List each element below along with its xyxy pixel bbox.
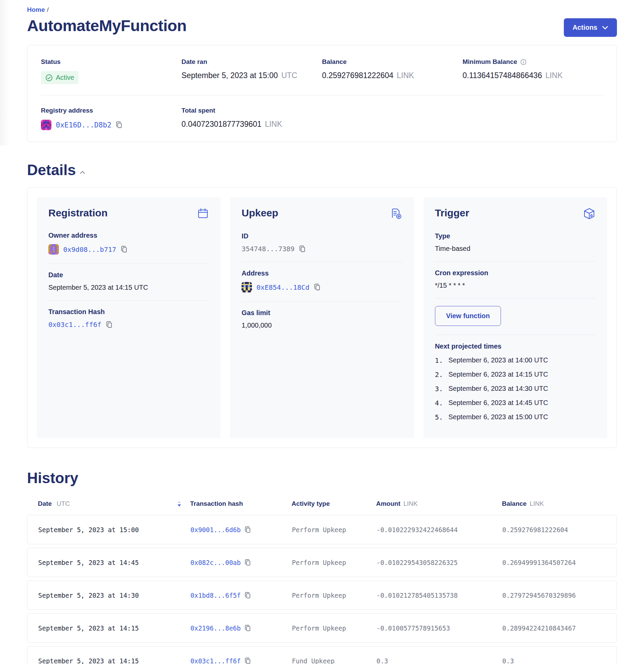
upkeep-address-link[interactable]: 0xE854...18Cd	[256, 283, 309, 291]
upkeep-card: Upkeep ID 354748...7389 Address	[230, 197, 414, 438]
owner-address-link[interactable]: 0x9d08...b717	[63, 246, 116, 253]
copy-icon[interactable]	[116, 121, 123, 129]
upkeep-address-label: Address	[241, 269, 402, 277]
chevron-up-icon[interactable]	[80, 171, 85, 174]
column-header-activity: Activity type	[291, 500, 376, 507]
actions-button[interactable]: Actions	[564, 18, 617, 37]
projected-time-text: September 6, 2023 at 14:00 UTC	[448, 356, 548, 365]
trigger-type-section: Type Time-based	[435, 225, 596, 262]
next-projected-times-section: Next projected times 1. September 6, 202…	[435, 335, 596, 430]
view-function-section: View function	[435, 298, 596, 335]
copy-icon[interactable]	[244, 526, 251, 534]
copy-icon[interactable]	[106, 321, 113, 329]
projected-time-text: September 6, 2023 at 14:15 UTC	[448, 371, 548, 379]
balance-column-unit: LINK	[530, 500, 544, 507]
projected-time-text: September 6, 2023 at 14:45 UTC	[448, 399, 548, 407]
table-row: September 5, 2023 at 15:00 0x9001...6d6b…	[27, 515, 617, 544]
projected-time-item: 5. September 6, 2023 at 15:00 UTC	[435, 413, 596, 421]
column-header-balance: Balance LINK	[502, 500, 617, 507]
activity-column-label: Activity type	[291, 500, 330, 507]
row-activity: Perform Upkeep	[292, 526, 377, 534]
row-date: September 5, 2023 at 14:45	[38, 559, 190, 566]
owner-address-label: Owner address	[48, 232, 209, 240]
total-spent-label: Total spent	[182, 107, 322, 114]
row-hash-link[interactable]: 0x082c...00ab	[190, 559, 241, 566]
total-spent-value: 0.04072301877739601	[182, 120, 262, 129]
owner-identicon	[48, 244, 59, 254]
page-container: Home/ AutomateMyFunction Actions Status …	[0, 0, 644, 664]
table-row: September 5, 2023 at 14:30 0x1bd8...6f5f…	[27, 581, 617, 610]
breadcrumb-home-link[interactable]: Home	[27, 6, 45, 13]
history-heading-label: History	[27, 470, 79, 486]
history-table-body: September 5, 2023 at 15:00 0x9001...6d6b…	[27, 515, 617, 664]
copy-icon[interactable]	[244, 657, 251, 664]
status-badge: Active	[41, 71, 79, 84]
date-column-label: Date	[38, 500, 52, 507]
projected-time-index: 4.	[435, 399, 443, 407]
balance-field: Balance 0.259276981222604 LINK	[322, 58, 463, 84]
date-ran-label: Date ran	[182, 58, 322, 66]
copy-icon[interactable]	[244, 559, 251, 566]
date-ran-field: Date ran September 5, 2023 at 15:00 UTC	[182, 58, 322, 84]
details-panel: Registration Owner address 0x9d08...b717	[27, 187, 617, 448]
sort-icon[interactable]	[177, 501, 181, 506]
min-balance-field: Minimum Balance 0.11364157484866436 LINK	[463, 58, 603, 84]
row-hash-link[interactable]: 0x2196...8e6b	[190, 624, 241, 632]
chevron-down-icon	[602, 26, 608, 30]
copy-icon[interactable]	[299, 245, 306, 253]
view-function-button[interactable]: View function	[435, 306, 501, 326]
upkeep-title: Upkeep	[241, 207, 278, 219]
registration-card: Registration Owner address 0x9d08...b717	[37, 197, 221, 438]
info-icon[interactable]	[520, 59, 527, 65]
row-balance: 0.259276981222604	[502, 526, 617, 534]
projected-time-item: 1. September 6, 2023 at 14:00 UTC	[435, 356, 596, 365]
projected-time-item: 4. September 6, 2023 at 14:45 UTC	[435, 399, 596, 407]
row-balance: 0.27972945670329896	[502, 592, 617, 599]
transaction-hash-link[interactable]: 0x03c1...ff6f	[48, 320, 101, 329]
document-gear-icon	[390, 207, 403, 220]
gas-limit-value: 1,000,000	[241, 321, 402, 329]
row-activity: Fund Upkeep	[292, 657, 377, 664]
owner-address-section: Owner address 0x9d08...b717	[48, 224, 209, 264]
registry-identicon	[41, 120, 52, 130]
trigger-title: Trigger	[435, 207, 469, 219]
projected-time-index: 5.	[435, 413, 443, 421]
row-balance: 0.3	[502, 657, 617, 664]
row-hash-link[interactable]: 0x1bd8...6f5f	[190, 592, 241, 599]
projected-time-index: 1.	[435, 356, 443, 365]
min-balance-unit: LINK	[545, 71, 563, 80]
gas-limit-label: Gas limit	[241, 309, 402, 317]
registry-address-link[interactable]: 0xE16D...D8b2	[56, 121, 111, 129]
copy-icon[interactable]	[244, 592, 251, 599]
copy-icon[interactable]	[244, 624, 251, 632]
row-amount: -0.010222932422468644	[377, 526, 502, 534]
upkeep-address-identicon	[241, 282, 252, 292]
check-circle-icon	[45, 74, 53, 82]
row-date: September 5, 2023 at 14:15	[38, 657, 190, 664]
date-ran-unit: UTC	[281, 71, 297, 80]
total-spent-field: Total spent 0.04072301877739601 LINK	[182, 107, 322, 130]
details-heading: Details	[27, 162, 617, 179]
copy-icon[interactable]	[121, 246, 128, 253]
total-spent-unit: LINK	[265, 120, 282, 129]
table-row: September 5, 2023 at 14:45 0x082c...00ab…	[27, 548, 617, 577]
projected-time-text: September 6, 2023 at 14:30 UTC	[448, 385, 548, 393]
upkeep-id-section: ID 354748...7389	[241, 225, 402, 262]
registry-address-field: Registry address 0xE16D...D8b2	[41, 107, 182, 130]
row-hash-link[interactable]: 0x03c1...ff6f	[190, 657, 241, 664]
details-heading-label: Details	[27, 162, 76, 179]
table-row: September 5, 2023 at 14:15 0x03c1...ff6f…	[27, 646, 617, 664]
breadcrumb-separator: /	[47, 6, 49, 13]
row-amount: -0.0100577578915653	[377, 624, 502, 632]
projected-time-index: 2.	[435, 371, 443, 379]
column-header-date[interactable]: Date UTC	[38, 500, 190, 507]
status-card: Status Active Date ran September 5, 2023…	[27, 45, 617, 142]
row-balance: 0.28994224210843467	[502, 624, 617, 632]
gas-limit-section: Gas limit 1,000,000	[241, 302, 402, 338]
copy-icon[interactable]	[314, 283, 321, 291]
projected-time-item: 3. September 6, 2023 at 14:30 UTC	[435, 385, 596, 393]
next-projected-times-label: Next projected times	[435, 343, 596, 350]
date-column-unit: UTC	[57, 500, 70, 507]
row-hash-link[interactable]: 0x9001...6d6b	[190, 526, 241, 534]
cron-expression-label: Cron expression	[435, 269, 596, 277]
